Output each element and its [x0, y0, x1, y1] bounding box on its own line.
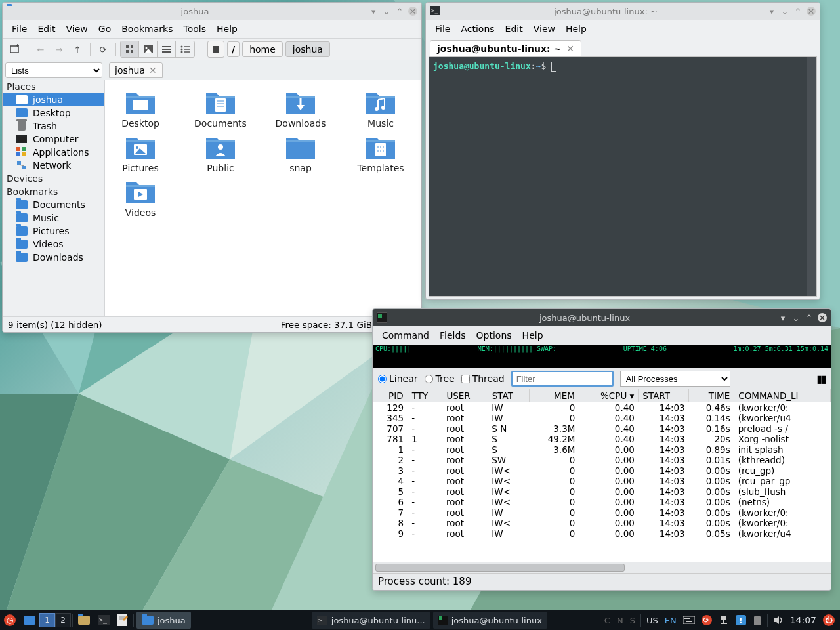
indicator-scroll[interactable]: S — [627, 610, 638, 630]
tray-updates-icon[interactable]: ⟳ — [699, 610, 715, 630]
terminal-window[interactable]: >_ joshua@ubuntu-linux: ~ ▾ ⌄ ⌃ ✕ File A… — [425, 2, 820, 300]
col-user[interactable]: USER — [442, 389, 488, 402]
folder-templates[interactable]: Templates — [350, 133, 411, 173]
menu-help[interactable]: Help — [562, 22, 591, 35]
process-row[interactable]: 8-rootIW<00.0014:030.00s(kworker/0: — [373, 518, 831, 528]
kbd-layout[interactable]: US — [644, 610, 661, 630]
file-manager-window[interactable]: joshua ▾ ⌄ ⌃ ✕ File Edit View Go Bookmar… — [2, 2, 422, 333]
filemgr-titlebar[interactable]: joshua ▾ ⌄ ⌃ ✕ — [3, 3, 421, 20]
process-row[interactable]: 345-rootIW00.4014:030.14s(kworker/u4 — [373, 413, 831, 423]
task-terminal[interactable]: >_joshua@ubuntu-linu... — [312, 612, 430, 629]
path-seg-joshua[interactable]: joshua — [285, 41, 330, 57]
menu-edit[interactable]: Edit — [33, 22, 59, 35]
term-tab[interactable]: joshua@ubuntu-linux: ~ ✕ — [430, 40, 581, 56]
menu-options[interactable]: Options — [472, 329, 516, 342]
process-row[interactable]: 7811rootS49.2M0.4014:0320sXorg -nolist — [373, 434, 831, 444]
indicator-caps[interactable]: C — [602, 610, 613, 630]
sidebar-bookmark-videos[interactable]: Videos — [3, 238, 104, 251]
list-view-button[interactable] — [176, 41, 194, 57]
app-menu-button[interactable]: ◷ — [0, 610, 20, 630]
view-tree-radio[interactable]: Tree — [425, 373, 455, 384]
col-mem[interactable]: MEM — [530, 389, 579, 402]
process-row[interactable]: 9-rootIW00.0014:030.05s(kworker/u4 — [373, 528, 831, 539]
menu-bookmarks[interactable]: Bookmarks — [117, 22, 177, 35]
qps-hscrollbar[interactable] — [373, 562, 831, 573]
thumbnail-view-button[interactable] — [139, 41, 158, 57]
path-seg-home[interactable]: home — [242, 41, 283, 57]
compact-view-button[interactable] — [158, 41, 176, 57]
back-button[interactable]: ← — [32, 41, 49, 58]
minimize-button[interactable]: ⌄ — [780, 7, 789, 16]
col-start[interactable]: START — [639, 389, 689, 402]
shade-button[interactable]: ▾ — [369, 7, 378, 16]
tab-close-icon[interactable]: ✕ — [149, 65, 157, 75]
process-row[interactable]: 1-rootS3.6M0.0014:030.89sinit splash — [373, 444, 831, 455]
forward-button[interactable]: → — [51, 41, 68, 58]
menu-help[interactable]: Help — [518, 329, 547, 342]
filter-input[interactable] — [511, 371, 614, 387]
col-time[interactable]: TIME — [689, 389, 734, 402]
menu-view[interactable]: View — [530, 22, 559, 35]
menu-file[interactable]: File — [431, 22, 454, 35]
col-command_li[interactable]: COMMAND_LI — [734, 389, 831, 402]
tray-volume-icon[interactable] — [770, 610, 786, 630]
filemgr-tab[interactable]: joshua ✕ — [109, 62, 163, 78]
maximize-button[interactable]: ⌃ — [805, 313, 814, 322]
menu-command[interactable]: Command — [378, 329, 433, 342]
folder-music[interactable]: Music — [350, 88, 411, 129]
sidebar-bookmark-downloads[interactable]: Downloads — [3, 251, 104, 264]
menu-go[interactable]: Go — [94, 22, 115, 35]
shade-button[interactable]: ▾ — [767, 7, 776, 16]
sidebar-item-applications[interactable]: Applications — [3, 146, 104, 159]
minimize-button[interactable]: ⌄ — [791, 313, 801, 322]
process-row[interactable]: 6-rootIW<00.0014:030.00s(netns) — [373, 497, 831, 507]
new-tab-button[interactable] — [7, 41, 24, 58]
task-filemanager[interactable]: joshua — [136, 612, 191, 629]
launcher-terminal[interactable]: >_ — [94, 610, 114, 630]
process-row[interactable]: 4-rootIW<00.0014:030.00s(rcu_par_gp — [373, 476, 831, 486]
menu-view[interactable]: View — [62, 22, 92, 35]
indicator-num[interactable]: N — [614, 610, 626, 630]
col-%cpu[interactable]: %CPU ▾ — [579, 389, 638, 402]
menu-file[interactable]: File — [8, 22, 31, 35]
sidebar-item-desktop[interactable]: Desktop — [3, 106, 104, 119]
sidebar-bookmark-documents[interactable]: Documents — [3, 198, 104, 211]
icon-view-button[interactable] — [121, 41, 139, 57]
sidebar-item-home[interactable]: joshua — [3, 93, 104, 106]
launcher-filemanager[interactable] — [74, 610, 94, 630]
clock[interactable]: 14:07 — [788, 610, 819, 630]
tray-removable-icon[interactable] — [750, 610, 765, 630]
folder-desktop[interactable]: Desktop — [110, 88, 171, 129]
path-root-button[interactable] — [207, 41, 224, 58]
menu-fields[interactable]: Fields — [436, 329, 470, 342]
menu-edit[interactable]: Edit — [501, 22, 527, 35]
maximize-button[interactable]: ⌃ — [395, 7, 404, 16]
process-row[interactable]: 7-rootIW00.0014:030.00s(kworker/0: — [373, 507, 831, 518]
menu-help[interactable]: Help — [213, 22, 242, 35]
process-table-wrap[interactable]: PIDTTYUSERSTATMEM%CPU ▾STARTTIMECOMMAND_… — [373, 389, 831, 562]
tray-network-icon[interactable] — [716, 610, 732, 630]
tray-keyboard-icon[interactable] — [681, 610, 698, 630]
qps-titlebar[interactable]: joshua@ubuntu-linux ▾ ⌄ ⌃ ✕ — [373, 309, 831, 326]
maximize-button[interactable]: ⌃ — [793, 7, 803, 16]
launcher-editor[interactable] — [114, 610, 132, 630]
folder-videos[interactable]: Videos — [110, 177, 171, 218]
workspace-1[interactable]: 1 — [39, 613, 55, 627]
menu-tools[interactable]: Tools — [179, 22, 210, 35]
folder-public[interactable]: Public — [190, 133, 251, 173]
process-row[interactable]: 707-rootS N3.3M0.4014:030.16spreload -s … — [373, 423, 831, 434]
menu-actions[interactable]: Actions — [457, 22, 498, 35]
terminal-body[interactable]: joshua@ubuntu-linux:~$ — [429, 56, 817, 297]
filemgr-iconview[interactable]: DesktopDocumentsDownloadsMusicPicturesPu… — [105, 80, 421, 316]
reload-button[interactable]: ⟳ — [94, 41, 112, 58]
col-pid[interactable]: PID — [373, 389, 408, 402]
minimize-button[interactable]: ⌄ — [382, 7, 391, 16]
col-stat[interactable]: STAT — [488, 389, 530, 402]
sidebar-bookmark-music[interactable]: Music — [3, 211, 104, 224]
sidebar-mode-select[interactable]: Lists — [5, 62, 102, 78]
term-titlebar[interactable]: >_ joshua@ubuntu-linux: ~ ▾ ⌄ ⌃ ✕ — [426, 3, 820, 20]
folder-pictures[interactable]: Pictures — [110, 133, 171, 173]
view-thread-check[interactable]: Thread — [461, 373, 505, 384]
tray-notification-icon[interactable]: ! — [733, 610, 749, 630]
close-button[interactable]: ✕ — [818, 313, 827, 322]
